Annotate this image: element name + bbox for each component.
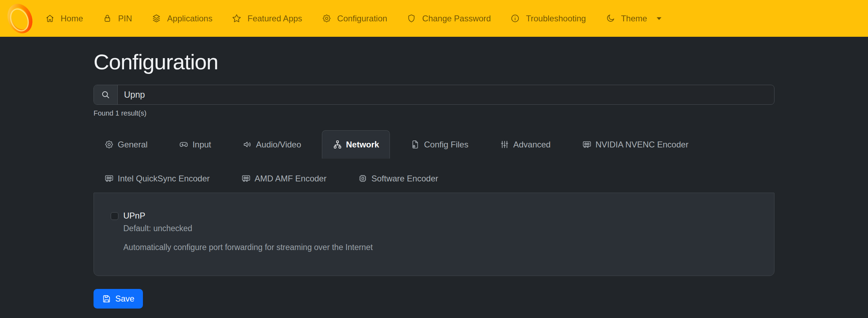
nav-label: Applications (167, 14, 212, 23)
tabs-row-2: Intel QuickSync Encoder AMD AMF Encoder … (94, 164, 774, 193)
upnp-description: Automatically configure port forwarding … (123, 243, 373, 252)
tab-label: NVIDIA NVENC Encoder (595, 140, 688, 150)
nav-item-applications[interactable]: Applications (142, 0, 222, 37)
file-gear-icon (411, 140, 420, 149)
nav-label: PIN (118, 14, 132, 23)
tab-audio-video[interactable]: Audio/Video (232, 130, 312, 159)
search-results-count: Found 1 result(s) (94, 109, 774, 119)
nav-label: Configuration (337, 14, 387, 23)
nav-item-theme-dropdown[interactable]: Theme (596, 0, 674, 37)
tab-nvidia-nvenc-encoder[interactable]: NVIDIA NVENC Encoder (571, 130, 699, 159)
search-addon (94, 85, 118, 104)
page-title: Configuration (94, 49, 774, 74)
gpu-card-icon (104, 174, 114, 183)
gear-icon (322, 14, 331, 23)
upnp-label: UPnP (123, 211, 373, 220)
nav-item-featured-apps[interactable]: Featured Apps (222, 0, 312, 37)
upnp-setting: UPnP Default: unchecked Automatically co… (111, 211, 753, 252)
nav-label: Featured Apps (247, 14, 302, 23)
tab-amd-amf-encoder[interactable]: AMD AMF Encoder (230, 164, 337, 193)
tab-network[interactable]: Network (322, 130, 390, 159)
configuration-page: Configuration Found 1 result(s) General … (94, 49, 774, 309)
nav-label: Theme (621, 14, 647, 23)
nav-label: Home (61, 14, 83, 23)
network-tab-panel: UPnP Default: unchecked Automatically co… (94, 193, 774, 276)
settings-search-group (94, 85, 774, 105)
tab-label: Config Files (424, 140, 468, 150)
nav-item-pin[interactable]: PIN (93, 0, 142, 37)
tab-label: Software Encoder (371, 174, 438, 184)
layers-icon (152, 14, 161, 23)
save-floppy-icon (102, 294, 111, 304)
tab-label: General (118, 140, 147, 150)
tabs-row-1: General Input Audio/Video Network Config… (94, 130, 774, 159)
cpu-chip-icon (358, 174, 367, 183)
settings-tabs: General Input Audio/Video Network Config… (94, 130, 774, 193)
network-icon (333, 140, 342, 149)
gpu-card-icon (241, 174, 251, 183)
sliders-icon (500, 140, 509, 149)
nav-item-configuration[interactable]: Configuration (312, 0, 397, 37)
upnp-default-value: Default: unchecked (123, 224, 373, 233)
moon-icon (606, 14, 615, 23)
tab-general[interactable]: General (94, 130, 158, 159)
tab-label: AMD AMF Encoder (255, 174, 326, 184)
tab-advanced[interactable]: Advanced (489, 130, 562, 159)
tab-intel-quicksync-encoder[interactable]: Intel QuickSync Encoder (94, 164, 221, 193)
tab-label: Input (192, 140, 211, 150)
upnp-checkbox[interactable] (111, 212, 118, 220)
settings-search-input[interactable] (118, 85, 774, 104)
shield-icon (407, 14, 416, 23)
tab-label: Intel QuickSync Encoder (118, 174, 210, 184)
tab-label: Network (346, 140, 379, 150)
gamepad-icon (179, 140, 188, 149)
star-icon (232, 14, 241, 23)
tab-input[interactable]: Input (168, 130, 222, 159)
save-button-label: Save (115, 294, 135, 304)
nav-item-home[interactable]: Home (35, 0, 93, 37)
tab-software-encoder[interactable]: Software Encoder (347, 164, 449, 193)
search-icon (101, 90, 110, 99)
main-nav: Home PIN Applications Featured Apps Conf… (35, 0, 674, 37)
upnp-setting-text: UPnP Default: unchecked Automatically co… (123, 211, 373, 252)
tab-label: Advanced (513, 140, 551, 150)
caret-down-icon (654, 14, 664, 23)
tab-label: Audio/Video (256, 140, 301, 150)
top-navbar: Home PIN Applications Featured Apps Conf… (0, 0, 868, 37)
tab-config-files[interactable]: Config Files (400, 130, 479, 159)
nav-item-troubleshooting[interactable]: Troubleshooting (501, 0, 595, 37)
gpu-card-icon (582, 140, 592, 149)
nav-item-change-password[interactable]: Change Password (397, 0, 501, 37)
speaker-icon (243, 140, 252, 149)
nav-label: Troubleshooting (526, 14, 586, 23)
sunshine-logo[interactable] (5, 2, 35, 35)
nav-label: Change Password (422, 14, 491, 23)
save-button[interactable]: Save (94, 289, 143, 309)
home-icon (45, 14, 55, 23)
gear-icon (104, 140, 114, 149)
info-circle-icon (510, 14, 520, 23)
lock-icon (103, 14, 112, 23)
